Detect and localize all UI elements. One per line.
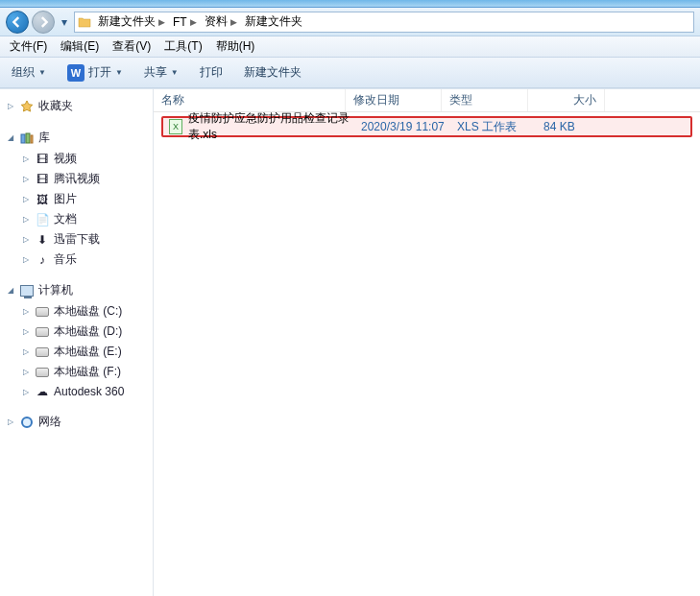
menu-help[interactable]: 帮助(H) bbox=[210, 36, 261, 57]
expand-icon: ▷ bbox=[21, 155, 31, 163]
sidebar: ▷ 收藏夹 ◢ 库 ▷🎞视频 ▷🎞腾讯视频 ▷🖼图片 ▷📄文档 ▷⬇迅雷下载 ▷… bbox=[0, 89, 154, 596]
open-button[interactable]: W 打开 ▼ bbox=[63, 61, 127, 84]
menu-file[interactable]: 文件(F) bbox=[4, 36, 53, 57]
chevron-right-icon: ▶ bbox=[230, 17, 237, 27]
toolbar: 组织 ▼ W 打开 ▼ 共享 ▼ 打印 新建文件夹 bbox=[0, 58, 700, 88]
sidebar-label: 图片 bbox=[54, 191, 77, 207]
sidebar-item-favorites[interactable]: ▷ 收藏夹 bbox=[0, 95, 153, 117]
sidebar-label: 本地磁盘 (E:) bbox=[54, 344, 122, 360]
sidebar-label: Autodesk 360 bbox=[54, 385, 124, 398]
chevron-down-icon: ▼ bbox=[171, 68, 179, 77]
breadcrumb-label: 新建文件夹 bbox=[98, 13, 156, 30]
sidebar-group-computer: ◢ 计算机 ▷本地磁盘 (C:) ▷本地磁盘 (D:) ▷本地磁盘 (E:) ▷… bbox=[0, 279, 153, 401]
sidebar-item-videos[interactable]: ▷🎞视频 bbox=[0, 149, 153, 169]
star-icon bbox=[19, 99, 35, 114]
breadcrumb-item[interactable]: 新建文件夹 bbox=[241, 13, 306, 30]
menu-tools[interactable]: 工具(T) bbox=[158, 36, 207, 57]
column-size[interactable]: 大小 bbox=[528, 89, 605, 111]
file-row[interactable]: X 疫情防护应急防护用品检查记录表.xls 2020/3/19 11:07 XL… bbox=[161, 116, 692, 137]
sidebar-label: 音乐 bbox=[54, 251, 77, 268]
sidebar-item-drive-f[interactable]: ▷本地磁盘 (F:) bbox=[0, 362, 153, 382]
sidebar-label: 文档 bbox=[54, 211, 77, 227]
sidebar-item-drive-d[interactable]: ▷本地磁盘 (D:) bbox=[0, 322, 153, 342]
sidebar-item-drive-e[interactable]: ▷本地磁盘 (E:) bbox=[0, 342, 153, 362]
file-type: XLS 工作表 bbox=[451, 119, 538, 135]
expand-icon: ▷ bbox=[21, 307, 31, 316]
breadcrumb-item[interactable]: FT▶ bbox=[169, 15, 201, 29]
xls-file-icon: X bbox=[169, 119, 182, 134]
print-button[interactable]: 打印 bbox=[196, 61, 227, 83]
sidebar-item-drive-c[interactable]: ▷本地磁盘 (C:) bbox=[0, 301, 153, 322]
file-date: 2020/3/19 11:07 bbox=[355, 120, 451, 133]
drive-icon bbox=[35, 345, 50, 360]
drive-icon bbox=[35, 304, 50, 320]
sidebar-item-thunder[interactable]: ▷⬇迅雷下载 bbox=[0, 229, 153, 250]
video-icon: 🎞 bbox=[35, 152, 50, 167]
new-folder-label: 新建文件夹 bbox=[244, 64, 302, 81]
share-label: 共享 bbox=[144, 64, 167, 81]
sidebar-group-favorites: ▷ 收藏夹 bbox=[0, 95, 153, 117]
sidebar-item-music[interactable]: ▷♪音乐 bbox=[0, 250, 153, 270]
expand-icon: ▷ bbox=[21, 368, 31, 376]
organize-button[interactable]: 组织 ▼ bbox=[8, 61, 50, 83]
menu-view[interactable]: 查看(V) bbox=[107, 36, 157, 57]
sidebar-item-documents[interactable]: ▷📄文档 bbox=[0, 209, 153, 229]
file-size: 84 KB bbox=[538, 120, 615, 133]
organize-label: 组织 bbox=[12, 64, 35, 81]
sidebar-item-computer[interactable]: ◢ 计算机 bbox=[0, 279, 153, 301]
column-name[interactable]: 名称 bbox=[154, 89, 346, 111]
window-titlebar bbox=[0, 0, 700, 8]
drive-icon bbox=[35, 365, 50, 380]
menu-edit[interactable]: 编辑(E) bbox=[55, 36, 105, 57]
share-button[interactable]: 共享 ▼ bbox=[140, 61, 182, 83]
breadcrumb-label: 资料 bbox=[205, 13, 228, 30]
open-label: 打开 bbox=[88, 64, 111, 81]
main-area: ▷ 收藏夹 ◢ 库 ▷🎞视频 ▷🎞腾讯视频 ▷🖼图片 ▷📄文档 ▷⬇迅雷下载 ▷… bbox=[0, 88, 700, 596]
sidebar-label: 本地磁盘 (C:) bbox=[54, 303, 122, 320]
back-button[interactable] bbox=[6, 11, 29, 34]
sidebar-item-pictures[interactable]: ▷🖼图片 bbox=[0, 189, 153, 209]
sidebar-label: 网络 bbox=[38, 414, 61, 430]
svg-rect-0 bbox=[21, 134, 25, 143]
svg-rect-1 bbox=[26, 133, 30, 143]
file-list-body: X 疫情防护应急防护用品检查记录表.xls 2020/3/19 11:07 XL… bbox=[154, 112, 700, 596]
collapse-icon: ◢ bbox=[6, 286, 15, 295]
expand-icon: ▷ bbox=[21, 327, 31, 336]
nav-history-dropdown[interactable]: ▾ bbox=[58, 12, 71, 33]
sidebar-label: 腾讯视频 bbox=[54, 171, 100, 187]
expand-icon: ▷ bbox=[21, 388, 31, 396]
chevron-down-icon: ▼ bbox=[115, 68, 123, 77]
sidebar-item-tencent-video[interactable]: ▷🎞腾讯视频 bbox=[0, 169, 153, 189]
chevron-right-icon: ▶ bbox=[158, 17, 165, 27]
library-icon bbox=[19, 131, 35, 146]
video-icon: 🎞 bbox=[35, 172, 50, 187]
expand-icon: ▷ bbox=[6, 102, 15, 110]
expand-icon: ▷ bbox=[21, 215, 31, 224]
expand-icon: ▷ bbox=[21, 195, 31, 203]
column-date[interactable]: 修改日期 bbox=[346, 89, 442, 111]
sidebar-item-autodesk[interactable]: ▷☁Autodesk 360 bbox=[0, 382, 153, 401]
sidebar-item-network[interactable]: ▷ 网络 bbox=[0, 411, 153, 433]
expand-icon: ▷ bbox=[6, 417, 15, 426]
breadcrumb-item[interactable]: 新建文件夹▶ bbox=[94, 13, 169, 30]
breadcrumb-item[interactable]: 资料▶ bbox=[201, 13, 241, 30]
document-icon: 📄 bbox=[35, 212, 50, 227]
picture-icon: 🖼 bbox=[35, 192, 50, 207]
sidebar-item-libraries[interactable]: ◢ 库 bbox=[0, 127, 153, 149]
forward-button[interactable] bbox=[32, 11, 55, 34]
address-bar: ▾ 新建文件夹▶ FT▶ 资料▶ 新建文件夹 bbox=[0, 8, 700, 36]
drive-icon bbox=[35, 324, 50, 340]
print-label: 打印 bbox=[200, 64, 223, 81]
expand-icon: ▷ bbox=[21, 235, 31, 244]
sidebar-label: 库 bbox=[38, 130, 50, 146]
column-type[interactable]: 类型 bbox=[442, 89, 528, 111]
expand-icon: ▷ bbox=[21, 255, 31, 264]
folder-icon bbox=[77, 14, 92, 30]
app-icon: W bbox=[67, 64, 84, 82]
network-icon bbox=[19, 415, 35, 430]
new-folder-button[interactable]: 新建文件夹 bbox=[240, 61, 305, 83]
svg-rect-2 bbox=[31, 135, 33, 143]
sidebar-label: 计算机 bbox=[38, 282, 73, 298]
breadcrumb[interactable]: 新建文件夹▶ FT▶ 资料▶ 新建文件夹 bbox=[74, 12, 694, 33]
sidebar-label: 迅雷下载 bbox=[54, 231, 100, 248]
